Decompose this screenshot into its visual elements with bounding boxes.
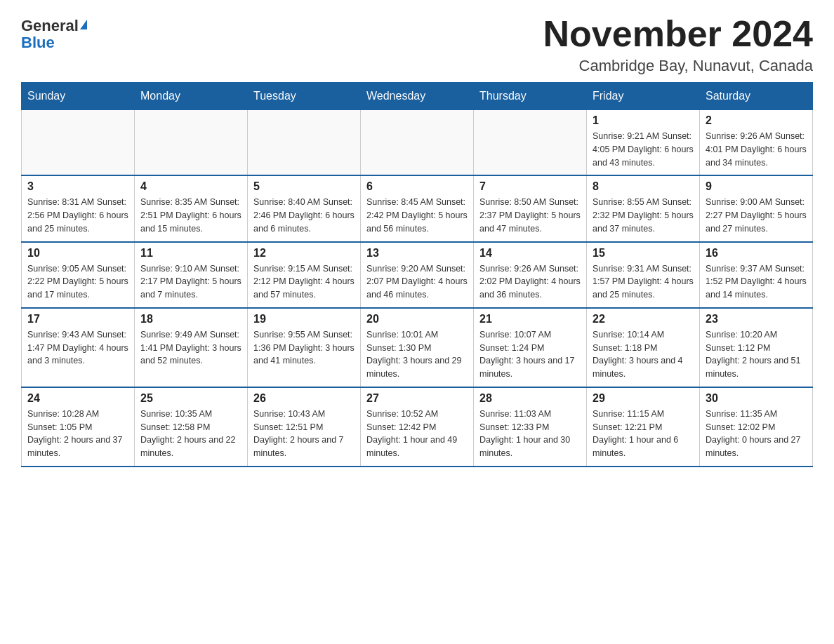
title-area: November 2024 Cambridge Bay, Nunavut, Ca… xyxy=(543,14,813,75)
day-number: 6 xyxy=(366,180,468,193)
calendar-cell: 2Sunrise: 9:26 AM Sunset: 4:01 PM Daylig… xyxy=(700,110,813,176)
day-number: 3 xyxy=(27,180,128,193)
day-info: Sunrise: 11:03 AM Sunset: 12:33 PM Dayli… xyxy=(479,408,581,460)
day-number: 2 xyxy=(706,114,807,127)
day-info: Sunrise: 8:31 AM Sunset: 2:56 PM Dayligh… xyxy=(27,196,128,235)
calendar-cell xyxy=(474,110,587,176)
calendar-cell: 9Sunrise: 9:00 AM Sunset: 2:27 PM Daylig… xyxy=(700,175,813,241)
calendar-table: SundayMondayTuesdayWednesdayThursdayFrid… xyxy=(21,82,813,467)
day-number: 13 xyxy=(366,247,468,260)
day-number: 1 xyxy=(593,114,694,127)
day-number: 8 xyxy=(593,180,694,193)
calendar-cell xyxy=(361,110,474,176)
location-subtitle: Cambridge Bay, Nunavut, Canada xyxy=(543,57,813,75)
day-info: Sunrise: 10:52 AM Sunset: 12:42 PM Dayli… xyxy=(366,408,468,460)
day-number: 21 xyxy=(479,313,581,326)
day-number: 9 xyxy=(706,180,807,193)
calendar-cell: 16Sunrise: 9:37 AM Sunset: 1:52 PM Dayli… xyxy=(700,242,813,308)
logo-blue-text: Blue xyxy=(21,34,55,51)
calendar-header-row: SundayMondayTuesdayWednesdayThursdayFrid… xyxy=(22,83,813,110)
day-info: Sunrise: 10:28 AM Sunset: 1:05 PM Daylig… xyxy=(27,408,128,460)
calendar-cell: 30Sunrise: 11:35 AM Sunset: 12:02 PM Day… xyxy=(700,387,813,467)
day-number: 5 xyxy=(253,180,355,193)
logo: General Blue xyxy=(21,14,87,51)
day-info: Sunrise: 9:26 AM Sunset: 4:01 PM Dayligh… xyxy=(706,130,807,169)
day-info: Sunrise: 10:35 AM Sunset: 12:58 PM Dayli… xyxy=(140,408,241,460)
day-info: Sunrise: 9:37 AM Sunset: 1:52 PM Dayligh… xyxy=(706,262,807,302)
day-number: 19 xyxy=(253,313,355,326)
day-info: Sunrise: 9:43 AM Sunset: 1:47 PM Dayligh… xyxy=(27,328,128,368)
day-info: Sunrise: 9:00 AM Sunset: 2:27 PM Dayligh… xyxy=(706,196,807,235)
calendar-cell xyxy=(22,110,135,176)
month-title: November 2024 xyxy=(543,14,813,54)
day-number: 22 xyxy=(593,313,694,326)
calendar-week-1: 1Sunrise: 9:21 AM Sunset: 4:05 PM Daylig… xyxy=(22,110,813,176)
day-info: Sunrise: 9:21 AM Sunset: 4:05 PM Dayligh… xyxy=(593,130,694,169)
day-number: 10 xyxy=(27,247,128,260)
day-info: Sunrise: 8:45 AM Sunset: 2:42 PM Dayligh… xyxy=(366,196,468,235)
day-number: 7 xyxy=(479,180,581,193)
page-header: General Blue November 2024 Cambridge Bay… xyxy=(21,14,813,75)
calendar-cell: 10Sunrise: 9:05 AM Sunset: 2:22 PM Dayli… xyxy=(22,242,135,308)
day-info: Sunrise: 11:35 AM Sunset: 12:02 PM Dayli… xyxy=(706,408,807,460)
day-number: 17 xyxy=(27,313,128,326)
day-info: Sunrise: 10:07 AM Sunset: 1:24 PM Daylig… xyxy=(479,328,581,381)
calendar-week-5: 24Sunrise: 10:28 AM Sunset: 1:05 PM Dayl… xyxy=(22,387,813,467)
day-header-wednesday: Wednesday xyxy=(361,83,474,110)
calendar-cell: 23Sunrise: 10:20 AM Sunset: 1:12 PM Dayl… xyxy=(700,308,813,387)
calendar-cell: 12Sunrise: 9:15 AM Sunset: 2:12 PM Dayli… xyxy=(248,242,361,308)
day-info: Sunrise: 10:20 AM Sunset: 1:12 PM Daylig… xyxy=(706,328,807,381)
day-info: Sunrise: 11:15 AM Sunset: 12:21 PM Dayli… xyxy=(593,408,694,460)
day-number: 27 xyxy=(366,392,468,405)
day-number: 28 xyxy=(479,392,581,405)
day-number: 16 xyxy=(706,247,807,260)
calendar-cell: 7Sunrise: 8:50 AM Sunset: 2:37 PM Daylig… xyxy=(474,175,587,241)
calendar-cell: 21Sunrise: 10:07 AM Sunset: 1:24 PM Dayl… xyxy=(474,308,587,387)
day-info: Sunrise: 10:01 AM Sunset: 1:30 PM Daylig… xyxy=(366,328,468,381)
calendar-cell: 20Sunrise: 10:01 AM Sunset: 1:30 PM Dayl… xyxy=(361,308,474,387)
day-number: 18 xyxy=(140,313,241,326)
calendar-cell: 17Sunrise: 9:43 AM Sunset: 1:47 PM Dayli… xyxy=(22,308,135,387)
day-info: Sunrise: 9:05 AM Sunset: 2:22 PM Dayligh… xyxy=(27,262,128,302)
day-number: 15 xyxy=(593,247,694,260)
day-info: Sunrise: 9:49 AM Sunset: 1:41 PM Dayligh… xyxy=(140,328,241,368)
calendar-week-4: 17Sunrise: 9:43 AM Sunset: 1:47 PM Dayli… xyxy=(22,308,813,387)
calendar-cell: 27Sunrise: 10:52 AM Sunset: 12:42 PM Day… xyxy=(361,387,474,467)
day-number: 23 xyxy=(706,313,807,326)
calendar-cell: 1Sunrise: 9:21 AM Sunset: 4:05 PM Daylig… xyxy=(587,110,700,176)
day-info: Sunrise: 9:31 AM Sunset: 1:57 PM Dayligh… xyxy=(593,262,694,302)
calendar-cell: 29Sunrise: 11:15 AM Sunset: 12:21 PM Day… xyxy=(587,387,700,467)
day-info: Sunrise: 9:15 AM Sunset: 2:12 PM Dayligh… xyxy=(253,262,355,302)
day-number: 4 xyxy=(140,180,241,193)
day-header-monday: Monday xyxy=(135,83,248,110)
calendar-week-2: 3Sunrise: 8:31 AM Sunset: 2:56 PM Daylig… xyxy=(22,175,813,241)
day-header-thursday: Thursday xyxy=(474,83,587,110)
calendar-cell: 25Sunrise: 10:35 AM Sunset: 12:58 PM Day… xyxy=(135,387,248,467)
day-number: 14 xyxy=(479,247,581,260)
calendar-cell: 26Sunrise: 10:43 AM Sunset: 12:51 PM Day… xyxy=(248,387,361,467)
day-info: Sunrise: 8:50 AM Sunset: 2:37 PM Dayligh… xyxy=(479,196,581,235)
calendar-cell: 14Sunrise: 9:26 AM Sunset: 2:02 PM Dayli… xyxy=(474,242,587,308)
day-info: Sunrise: 8:35 AM Sunset: 2:51 PM Dayligh… xyxy=(140,196,241,235)
logo-text: General Blue xyxy=(21,18,87,51)
calendar-cell: 22Sunrise: 10:14 AM Sunset: 1:18 PM Dayl… xyxy=(587,308,700,387)
day-info: Sunrise: 10:14 AM Sunset: 1:18 PM Daylig… xyxy=(593,328,694,381)
day-number: 29 xyxy=(593,392,694,405)
day-header-friday: Friday xyxy=(587,83,700,110)
calendar-cell: 18Sunrise: 9:49 AM Sunset: 1:41 PM Dayli… xyxy=(135,308,248,387)
day-header-saturday: Saturday xyxy=(700,83,813,110)
calendar-cell xyxy=(248,110,361,176)
day-number: 12 xyxy=(253,247,355,260)
calendar-cell: 28Sunrise: 11:03 AM Sunset: 12:33 PM Day… xyxy=(474,387,587,467)
calendar-cell: 15Sunrise: 9:31 AM Sunset: 1:57 PM Dayli… xyxy=(587,242,700,308)
day-info: Sunrise: 10:43 AM Sunset: 12:51 PM Dayli… xyxy=(253,408,355,460)
day-number: 24 xyxy=(27,392,128,405)
day-number: 25 xyxy=(140,392,241,405)
calendar-cell: 8Sunrise: 8:55 AM Sunset: 2:32 PM Daylig… xyxy=(587,175,700,241)
day-info: Sunrise: 8:40 AM Sunset: 2:46 PM Dayligh… xyxy=(253,196,355,235)
day-header-tuesday: Tuesday xyxy=(248,83,361,110)
calendar-cell: 3Sunrise: 8:31 AM Sunset: 2:56 PM Daylig… xyxy=(22,175,135,241)
day-info: Sunrise: 9:10 AM Sunset: 2:17 PM Dayligh… xyxy=(140,262,241,302)
calendar-cell: 11Sunrise: 9:10 AM Sunset: 2:17 PM Dayli… xyxy=(135,242,248,308)
day-info: Sunrise: 9:55 AM Sunset: 1:36 PM Dayligh… xyxy=(253,328,355,368)
